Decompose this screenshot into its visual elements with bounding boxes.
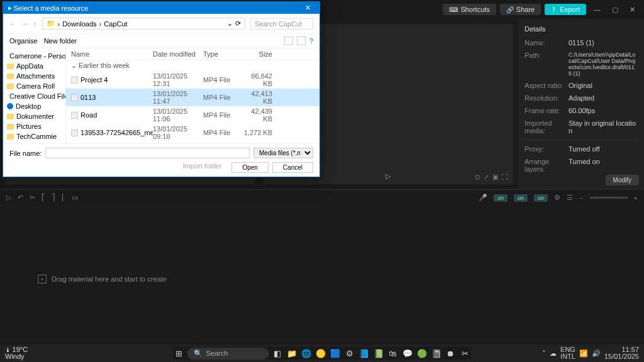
app-explorer-icon[interactable]: 📁 (286, 347, 298, 359)
app-word-icon[interactable]: 📘 (358, 347, 370, 359)
app-excel-icon[interactable]: 📗 (372, 347, 385, 359)
file-group[interactable]: ⌄ Earlier this week (66, 60, 319, 71)
file-list-header[interactable]: Name Date modified Type Size (66, 48, 319, 60)
cancel-button[interactable]: Cancel (272, 162, 313, 173)
close-icon[interactable]: ✕ (626, 6, 639, 14)
import-folder-button[interactable]: Import folder (183, 162, 222, 173)
shortcuts-button[interactable]: ⌨ Shortcuts (443, 4, 496, 15)
minimize-icon[interactable]: — (590, 6, 604, 13)
file-row[interactable]: Road13/01/2025 11:06MP4 File42,439 KB (66, 106, 319, 124)
maximize-icon[interactable]: ▢ (608, 6, 622, 14)
dialog-close-icon[interactable]: ✕ (301, 4, 314, 12)
help-icon[interactable]: ? (309, 37, 313, 45)
view-list-icon[interactable] (284, 36, 293, 45)
app-capcut-icon[interactable]: ✂ (459, 347, 472, 359)
details-title: Details (525, 25, 638, 33)
task-view-icon[interactable]: ◧ (271, 347, 284, 359)
new-folder-button[interactable]: New folder (44, 37, 77, 45)
tray-chevron-icon[interactable]: ˄ (542, 349, 546, 358)
filename-input[interactable] (45, 148, 250, 158)
zoom-in-icon[interactable]: + (634, 194, 638, 202)
file-row[interactable]: 139533-772542665_medium13/01/2025 09:18M… (66, 124, 319, 141)
app-steam-icon[interactable]: ⚙ (343, 347, 356, 359)
tray-onedrive-icon[interactable]: ☁ (550, 349, 557, 358)
app-edge-icon[interactable]: 🌐 (300, 347, 313, 359)
weather-widget[interactable]: 🌡 19°CWindy (5, 346, 28, 360)
nav-back-icon[interactable]: ← (9, 20, 16, 28)
taskbar-search[interactable]: 🔍 Search (187, 348, 269, 359)
mic-icon[interactable]: 🎤 (479, 194, 487, 202)
tag-on[interactable]: on (494, 194, 508, 202)
file-open-dialog: ▸ Select a media resource ✕ ← → ↑ 📁› Dow… (3, 1, 320, 177)
app-onenote-icon[interactable]: 📓 (430, 347, 443, 359)
tree-item[interactable]: Desktop (4, 101, 64, 111)
nav-forward-icon[interactable]: → (21, 20, 28, 28)
ratio-icon[interactable]: ⊡ (475, 173, 480, 180)
filename-label: File name: (9, 150, 42, 157)
dialog-title: Select a media resource (14, 4, 89, 12)
app-spotify-icon[interactable]: 🟢 (416, 347, 428, 359)
file-row[interactable]: 011313/01/2025 11:47MP4 File42,413 KB (66, 89, 319, 106)
crop-icon[interactable]: ▣ (492, 173, 498, 180)
mixer-icon[interactable]: ⚙ (554, 194, 560, 202)
share-button[interactable]: 🔗 Share (500, 4, 541, 15)
tree-item[interactable]: Attachments (4, 71, 64, 81)
nav-up-icon[interactable]: ↑ (33, 20, 37, 28)
modify-button[interactable]: Modify (606, 175, 639, 185)
tag-on-2[interactable]: on (514, 194, 528, 202)
tree-item[interactable]: Pictures (4, 121, 64, 131)
fullscreen-icon[interactable]: ⛶ (502, 173, 508, 180)
tree-item[interactable]: Creative Cloud Files (4, 91, 64, 101)
plus-icon: + (38, 275, 47, 283)
app-discord-icon[interactable]: 💬 (401, 347, 414, 359)
tree-item[interactable]: AppData (4, 61, 64, 71)
timeline-toolbar: ▷ ↶ ✂ ⎡ ⎤ ⎢ ▭ 🎤 on on on ⚙ ☰ − + (0, 189, 644, 206)
breadcrumb[interactable]: 📁› Downloads› CapCut ⌄ ⟳ (42, 18, 246, 30)
timeline-drop-hint: + Drag material here and start to create (38, 275, 167, 283)
open-button[interactable]: Open (231, 162, 268, 173)
file-list: Name Date modified Type Size ⌄ Earlier t… (66, 48, 319, 143)
details-panel: Details Name:0115 (1) Path:C:/Users/User… (518, 19, 644, 189)
app-chrome-icon[interactable]: 🟡 (314, 347, 327, 359)
tree-item[interactable]: Camera Roll (4, 81, 64, 91)
zoom-out-icon[interactable]: − (579, 194, 583, 202)
tree-item[interactable]: Camerone - Personal (4, 51, 64, 61)
refresh-icon[interactable]: ⟳ (235, 19, 241, 28)
split-right-icon[interactable]: ⎤ (52, 194, 55, 202)
system-tray[interactable]: ˄ ☁ ENGINTL 📶 🔊 11:5715/01/2025 (542, 346, 639, 360)
filetype-select[interactable]: Media files (*.mpg;*.flv;*.mov;*... (253, 148, 313, 158)
tag-on-3[interactable]: on (534, 194, 548, 202)
dialog-titlebar: ▸ Select a media resource ✕ (3, 2, 319, 14)
scale-icon[interactable]: ⤢ (484, 173, 489, 180)
view-details-icon[interactable] (297, 36, 306, 45)
tree-item[interactable]: TechCammie (4, 131, 64, 141)
app-store-icon[interactable]: 🛍 (387, 347, 399, 359)
tree-item[interactable]: Dokumenter (4, 111, 64, 121)
windows-taskbar[interactable]: 🌡 19°CWindy ⊞ 🔍 Search ◧ 📁 🌐 🟡 🟦 ⚙ 📘 📗 🛍… (0, 344, 644, 362)
split-icon[interactable]: ⎢ (62, 194, 65, 202)
export-button[interactable]: ⭱ Export (545, 4, 586, 15)
zoom-slider[interactable] (590, 197, 628, 199)
search-input[interactable]: Search CapCut (250, 18, 313, 30)
app-vscode-icon[interactable]: 🟦 (329, 347, 341, 359)
split-left-icon[interactable]: ⎡ (42, 194, 45, 202)
tray-wifi-icon[interactable]: 📶 (579, 349, 588, 358)
tray-volume-icon[interactable]: 🔊 (592, 349, 601, 358)
dialog-icon: ▸ (8, 4, 12, 12)
undo-icon[interactable]: ↶ (18, 194, 23, 202)
delete-icon[interactable]: ▭ (72, 194, 78, 202)
start-icon[interactable]: ⊞ (173, 347, 186, 359)
pointer-tool-icon[interactable]: ▷ (6, 194, 11, 202)
cut-icon[interactable]: ✂ (30, 194, 35, 202)
organise-menu[interactable]: Organise (9, 37, 38, 45)
timeline[interactable]: + Drag material here and start to create (0, 206, 644, 362)
track-icon[interactable]: ☰ (567, 194, 573, 202)
play-icon[interactable]: ▷ (386, 172, 391, 180)
folder-tree[interactable]: Camerone - PersonalAppDataAttachmentsCam… (3, 48, 66, 143)
app-obs-icon[interactable]: ⏺ (445, 347, 457, 359)
file-row[interactable]: Project 413/01/2025 12:31MP4 File86,842 … (66, 71, 319, 89)
